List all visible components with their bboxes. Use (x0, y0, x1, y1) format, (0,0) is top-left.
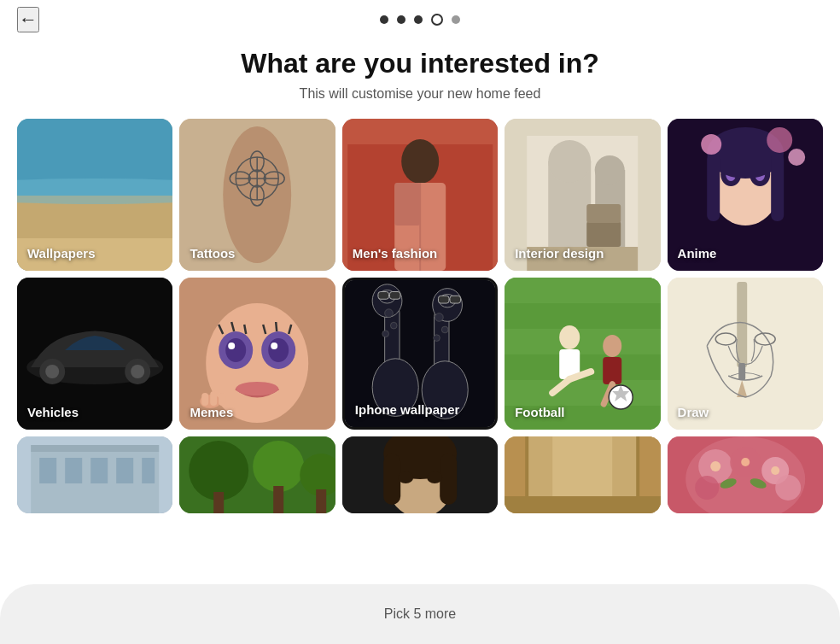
svg-point-144 (771, 466, 779, 475)
item-football[interactable]: Football (505, 278, 660, 430)
dot-5 (452, 15, 460, 24)
svg-rect-126 (383, 454, 400, 505)
svg-rect-113 (90, 458, 108, 483)
svg-point-117 (190, 441, 249, 501)
svg-point-140 (695, 476, 719, 500)
item-tattoos[interactable]: Tattoos (179, 119, 335, 271)
svg-point-54 (269, 338, 289, 362)
svg-rect-120 (274, 486, 284, 513)
svg-point-55 (229, 342, 236, 349)
tattoos-label: Tattoos (190, 246, 235, 261)
item-iphone-wallpaper[interactable]: Iphone wallpaper (342, 278, 498, 430)
svg-point-81 (435, 313, 443, 322)
svg-rect-115 (142, 458, 155, 483)
dot-2 (397, 15, 405, 24)
item-row3-1[interactable] (17, 436, 172, 513)
page-title: What are you interested in? (17, 48, 823, 79)
svg-rect-39 (771, 153, 784, 221)
football-label: Football (515, 405, 564, 419)
svg-rect-38 (707, 153, 720, 221)
svg-point-73 (390, 322, 397, 329)
svg-point-74 (382, 331, 389, 337)
dot-1 (380, 15, 388, 24)
draw-label: Draw (678, 405, 709, 419)
svg-point-25 (595, 155, 625, 184)
row3-1-image (17, 436, 172, 513)
item-anime[interactable]: Anime (668, 119, 823, 271)
svg-rect-92 (505, 380, 660, 406)
page-subtitle: This will customise your new home feed (17, 86, 823, 102)
svg-point-46 (45, 365, 59, 378)
svg-point-41 (767, 127, 792, 153)
back-button[interactable]: ← (17, 7, 39, 32)
svg-rect-112 (65, 458, 82, 483)
svg-rect-90 (505, 278, 660, 303)
svg-rect-27 (586, 221, 621, 247)
svg-point-2 (17, 179, 172, 204)
svg-rect-67 (219, 393, 226, 406)
item-interior-design[interactable]: Interior design (505, 119, 660, 271)
svg-rect-122 (317, 489, 327, 513)
interest-grid: Wallpapers Tattoos (0, 119, 840, 513)
pick-more-button[interactable]: Pick 5 more (384, 606, 456, 622)
svg-rect-104 (738, 363, 745, 380)
mens-fashion-label: Men's fashion (353, 246, 437, 261)
row3-5-image (668, 436, 823, 513)
svg-point-72 (384, 309, 393, 318)
svg-rect-114 (116, 458, 133, 483)
svg-rect-65 (202, 393, 209, 406)
anime-label: Anime (678, 246, 717, 261)
svg-rect-111 (39, 458, 56, 483)
dot-3 (414, 15, 423, 24)
svg-point-53 (226, 338, 247, 362)
svg-point-143 (741, 458, 750, 466)
svg-rect-66 (211, 391, 218, 406)
svg-point-128 (398, 471, 413, 483)
vehicles-label: Vehicles (27, 405, 79, 419)
svg-rect-118 (214, 492, 225, 513)
svg-rect-28 (586, 204, 621, 223)
memes-label: Memes (190, 405, 233, 419)
svg-point-141 (775, 475, 801, 501)
item-row3-5[interactable] (668, 436, 823, 513)
svg-rect-75 (378, 292, 389, 300)
svg-line-61 (277, 322, 277, 331)
item-row3-2[interactable] (179, 436, 335, 513)
progress-dots (380, 14, 460, 26)
interior-design-label: Interior design (515, 246, 604, 261)
svg-rect-127 (440, 454, 457, 505)
svg-point-42 (788, 149, 805, 166)
svg-rect-91 (505, 329, 660, 354)
svg-rect-98 (603, 357, 621, 384)
svg-point-16 (401, 139, 439, 184)
svg-rect-103 (737, 282, 747, 367)
bottom-bar: Pick 5 more (0, 584, 840, 644)
item-mens-fashion[interactable]: Men's fashion (342, 119, 498, 271)
svg-point-23 (548, 140, 591, 183)
svg-rect-84 (438, 296, 449, 303)
svg-point-119 (254, 441, 305, 492)
row3-3-image (342, 436, 498, 513)
item-vehicles[interactable]: Vehicles (17, 278, 172, 430)
item-wallpapers[interactable]: Wallpapers (17, 119, 172, 271)
row3-4-image (505, 436, 660, 513)
item-row3-3[interactable] (342, 436, 498, 513)
header: What are you interested in? This will cu… (0, 39, 840, 119)
svg-point-48 (131, 365, 144, 378)
svg-point-63 (236, 382, 279, 395)
svg-point-142 (710, 461, 720, 471)
svg-point-93 (559, 325, 580, 349)
item-draw[interactable]: Draw (668, 278, 823, 430)
iphone-wallpaper-label: Iphone wallpaper (355, 402, 460, 417)
row3-2-image (179, 436, 335, 513)
svg-point-83 (433, 335, 440, 342)
svg-rect-85 (450, 296, 461, 303)
svg-rect-19 (394, 183, 420, 225)
svg-point-40 (701, 134, 721, 155)
svg-rect-110 (31, 445, 159, 452)
item-memes[interactable]: Memes (179, 278, 335, 430)
svg-point-56 (271, 342, 278, 349)
wallpapers-label: Wallpapers (27, 246, 95, 261)
item-row3-4[interactable] (505, 436, 660, 513)
svg-point-82 (441, 326, 448, 333)
